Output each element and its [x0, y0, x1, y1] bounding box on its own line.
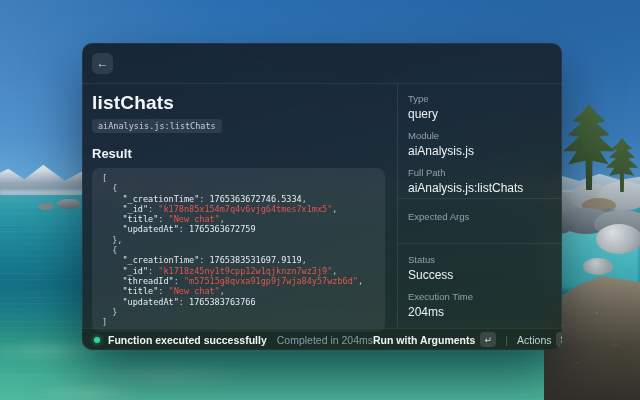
success-dot-icon — [94, 337, 100, 343]
function-title: listChats — [92, 92, 385, 114]
type-label: Type — [408, 93, 550, 104]
status-section: Status Success Execution Time 204ms — [398, 243, 562, 328]
module-value: aiAnalysis.js — [408, 144, 550, 158]
footer-completed-text: Completed in 204ms — [277, 334, 373, 346]
full-path-field: Full Path aiAnalysis.js:listChats — [408, 167, 550, 195]
footer-status-text: Function executed successfully — [108, 334, 267, 346]
return-key-icon: ↵ — [480, 332, 496, 347]
footer-divider: | — [505, 334, 508, 346]
status-value: Success — [408, 268, 550, 282]
type-field: Type query — [408, 93, 550, 121]
wallpaper-water-stone — [583, 258, 613, 275]
function-path-badge: aiAnalysis.js:listChats — [92, 119, 222, 133]
function-runner-window: ← listChats aiAnalysis.js:listChats Resu… — [82, 43, 562, 350]
full-path-value: aiAnalysis.js:listChats — [408, 181, 550, 195]
panel-header: ← — [82, 43, 562, 84]
function-details-sidebar: Type query Module aiAnalysis.js Full Pat… — [397, 84, 562, 328]
expected-args-label: Expected Args — [408, 211, 550, 222]
expected-args-section: Expected Args — [398, 198, 562, 243]
wallpaper-water-boulder — [596, 224, 640, 254]
panel-footer: Function executed successfully Completed… — [82, 328, 562, 350]
back-button[interactable]: ← — [92, 53, 113, 74]
result-json-code[interactable]: [ { "_creationTime": 1765363672746.5334,… — [92, 168, 385, 332]
execution-time-field: Execution Time 204ms — [408, 291, 550, 319]
sidebar-meta-section: Type query Module aiAnalysis.js Full Pat… — [398, 84, 562, 198]
status-field: Status Success — [408, 254, 550, 282]
type-value: query — [408, 107, 550, 121]
result-pane: listChats aiAnalysis.js:listChats Result… — [82, 84, 397, 328]
execution-time-value: 204ms — [408, 305, 550, 319]
execution-time-label: Execution Time — [408, 291, 550, 302]
run-with-arguments-button[interactable]: Run with Arguments ↵ — [373, 332, 496, 347]
actions-button[interactable]: Actions ⌘ K — [517, 332, 562, 347]
run-with-arguments-label: Run with Arguments — [373, 334, 475, 346]
module-label: Module — [408, 130, 550, 141]
wallpaper-rock-islet — [38, 203, 54, 210]
actions-label: Actions — [517, 334, 551, 346]
module-field: Module aiAnalysis.js — [408, 130, 550, 158]
status-label: Status — [408, 254, 550, 265]
wallpaper-rock-islet — [57, 199, 81, 209]
full-path-label: Full Path — [408, 167, 550, 178]
desktop: ← listChats aiAnalysis.js:listChats Resu… — [0, 0, 640, 400]
panel-body: listChats aiAnalysis.js:listChats Result… — [82, 84, 562, 328]
result-heading: Result — [92, 146, 385, 161]
